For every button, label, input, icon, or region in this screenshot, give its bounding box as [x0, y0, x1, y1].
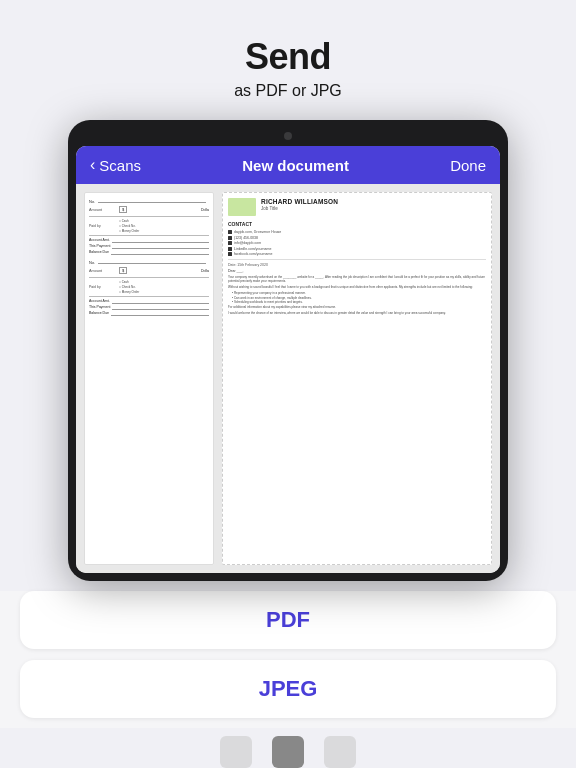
letter-photo — [228, 198, 256, 216]
actions-section: PDF JPEG — [0, 591, 576, 728]
receipt-no-line — [98, 202, 206, 203]
letter-para-3: For additional information about my capa… — [228, 305, 486, 309]
letter-salutation: Dear ___, — [228, 269, 486, 273]
nav-back-label: Scans — [99, 157, 141, 174]
subtitle: as PDF or JPG — [0, 82, 576, 100]
jpeg-button[interactable]: JPEG — [20, 660, 556, 718]
nav-title: New document — [242, 157, 349, 174]
nav-back-button[interactable]: ‹ Scans — [90, 156, 141, 174]
email-text: info@dayjob.com — [234, 241, 261, 245]
nav-bar: ‹ Scans New document Done — [76, 146, 500, 184]
receipt-no-label: No. — [89, 199, 95, 204]
letter-name: RICHARD WILLIAMSON — [261, 198, 338, 205]
facebook-text: facebook.com/yourname — [234, 252, 272, 256]
linkedin-text: LinkedIn.com/yourname — [234, 247, 271, 251]
letter-contact-section: CONTACT — [228, 221, 486, 227]
nav-done-button[interactable]: Done — [450, 157, 486, 174]
camera-dot — [284, 132, 292, 140]
profile-tab-icon[interactable] — [324, 736, 356, 768]
website-text: dayjob.com, Grosvenor House — [234, 230, 281, 234]
facebook-icon — [228, 252, 232, 256]
phone-icon — [228, 236, 232, 240]
bottom-tabs — [220, 736, 356, 768]
linkedin-icon — [228, 247, 232, 251]
files-tab-icon[interactable] — [272, 736, 304, 768]
letter-para-2: Without wishing to sound boastful I feel… — [228, 285, 486, 289]
email-icon — [228, 241, 232, 245]
screen: ‹ Scans New document Done No. Amount $ D… — [76, 146, 500, 573]
letter-para-1: Your company recently advertised on the … — [228, 275, 486, 283]
back-chevron-icon: ‹ — [90, 156, 95, 174]
tablet-device: ‹ Scans New document Done No. Amount $ D… — [68, 120, 508, 581]
website-icon — [228, 230, 232, 234]
letter-bullets: • Representing your company in a profess… — [228, 291, 486, 305]
receipt-amount-row: Amount $ Dolla — [89, 206, 209, 213]
main-title: Send — [0, 36, 576, 78]
letter-para-4: I would welcome the chance of an intervi… — [228, 311, 486, 315]
phone-text: (123) 456-0038 — [234, 236, 258, 240]
scan-tab-icon[interactable] — [220, 736, 252, 768]
pdf-button[interactable]: PDF — [20, 591, 556, 649]
top-section: Send as PDF or JPG — [0, 0, 576, 120]
receipt-no-row: No. — [89, 199, 209, 204]
receipt-document: No. Amount $ Dolla Paid by □ Cash □ Chec… — [84, 192, 214, 565]
document-area: No. Amount $ Dolla Paid by □ Cash □ Chec… — [76, 184, 500, 573]
letter-document: RICHARD WILLIAMSON Job Title CONTACT day… — [222, 192, 492, 565]
letter-date: Date: 15th February 2020 — [228, 263, 486, 267]
letter-job-title: Job Title — [261, 206, 338, 211]
